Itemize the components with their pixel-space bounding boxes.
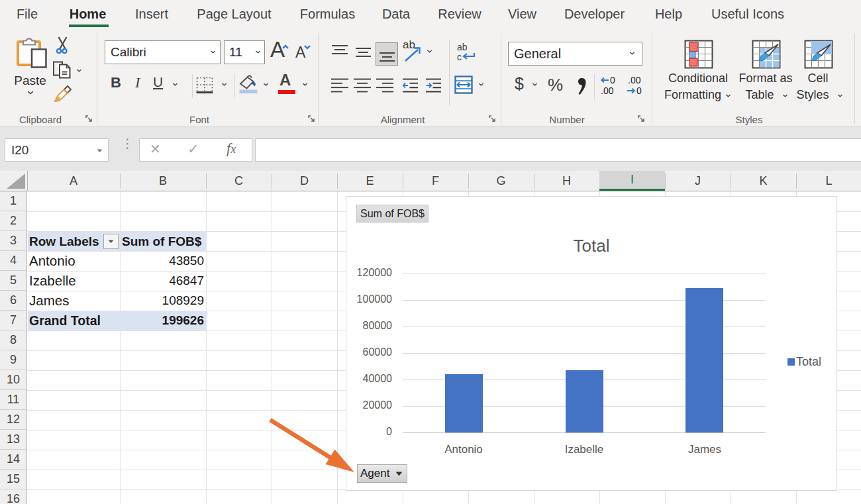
svg-text:.00: .00 <box>601 85 614 96</box>
svg-text:0: 0 <box>610 75 615 85</box>
svg-text:c: c <box>457 52 462 62</box>
svg-text:.00: .00 <box>628 75 641 85</box>
svg-text:0: 0 <box>636 85 642 96</box>
svg-text:ab: ab <box>457 42 468 52</box>
